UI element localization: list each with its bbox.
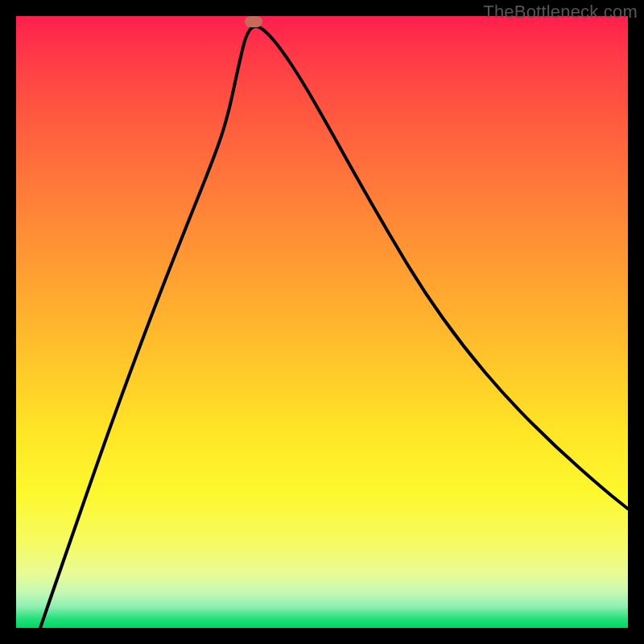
gradient-background xyxy=(16,16,628,628)
watermark: TheBottleneck.com xyxy=(483,2,638,23)
chart-frame: TheBottleneck.com xyxy=(0,0,644,644)
min-marker xyxy=(245,16,262,27)
plot-area xyxy=(16,16,628,628)
